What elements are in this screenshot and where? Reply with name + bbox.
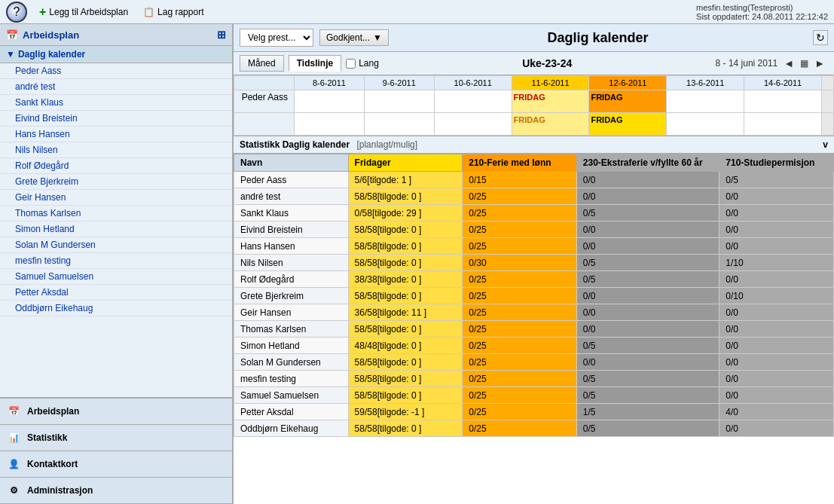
stats-cell-studie-7: 0/10 [719, 288, 834, 304]
cal-header-14jun: 14-6-2011 [744, 76, 822, 90]
lag-rapport-button[interactable]: 📋 Lag rapport [140, 5, 206, 19]
stats-cell-ekstra-12: 0/5 [576, 371, 719, 387]
stats-cell-ferie-11: 0/25 [463, 354, 577, 371]
sidebar-person-9[interactable]: Thomas Karlsen [0, 206, 232, 221]
stats-cell-ekstra-3: 0/0 [576, 221, 719, 238]
stats-row-15: Oddbjørn Eikehaug58/58[tilgode: 0 ]0/250… [234, 420, 834, 437]
top-right-info: mesfin.testing(Testeprosti) Sist oppdate… [696, 3, 828, 21]
stats-cell-studie-12: 0/0 [719, 371, 834, 387]
stats-cell-ekstra-14: 1/5 [576, 404, 719, 420]
sidebar-person-15[interactable]: Oddbjørn Eikehaug [0, 301, 232, 316]
cal-header-empty [234, 76, 295, 90]
sidebar-person-1[interactable]: andré test [0, 79, 232, 95]
sidebar-header: 📅 Arbeidsplan ⊞ [0, 24, 232, 46]
kontaktkort-icon: 👤 [6, 457, 21, 472]
kontaktkort-nav-label: Kontaktkort [27, 459, 78, 469]
sidebar-person-11[interactable]: Solan M Gundersen [0, 237, 232, 253]
sidebar-nav-arbeidsplan[interactable]: 📅 Arbeidsplan [0, 399, 232, 425]
stats-cell-ekstra-13: 0/5 [576, 387, 719, 404]
cal-cell-1-2 [364, 90, 434, 113]
sidebar-nav-kontaktkort[interactable]: 👤 Kontaktkort [0, 451, 232, 478]
sidebar-nav-administrasjon[interactable]: ⚙ Administrasjon [0, 478, 232, 504]
stats-cell-fridager-14: 59/58[tilgode: -1 ] [348, 404, 463, 420]
administrasjon-icon: ⚙ [6, 483, 21, 498]
stats-section: Statistikk Daglig kalender [planlagt/mul… [234, 136, 834, 504]
cal-header-13jun: 13-6-2011 [667, 76, 744, 90]
prev-week-button[interactable]: ◄ [781, 57, 797, 69]
stats-cell-fridager-6: 38/38[tilgode: 0 ] [348, 271, 463, 288]
stats-cell-studie-10: 0/0 [719, 338, 834, 354]
legg-til-button[interactable]: + Legg til Arbeidsplan [36, 4, 131, 20]
stats-title: Statistikk Daglig kalender [planlagt/mul… [240, 139, 417, 150]
godkjent-label: Godkjent... [326, 32, 370, 43]
stats-cell-ferie-1: 0/25 [463, 188, 577, 205]
stats-cell-ferie-8: 0/25 [463, 304, 577, 321]
arbeidsplan-icon: 📅 [6, 404, 21, 419]
sidebar-section-daglig[interactable]: ▼ Daglig kalender [0, 46, 232, 63]
sidebar-content: ▼ Daglig kalender Peder Aassandré testSa… [0, 46, 232, 397]
sidebar-nav-statistikk[interactable]: 📊 Statistikk [0, 425, 232, 451]
sidebar: 📅 Arbeidsplan ⊞ ▼ Daglig kalender Peder … [0, 24, 234, 504]
cal-cell-2-2 [364, 113, 434, 136]
sidebar-person-6[interactable]: Rolf Ødegård [0, 158, 232, 174]
godkjent-button[interactable]: Godkjent... ▼ [319, 29, 389, 46]
prest-select[interactable]: Velg prest... [240, 29, 313, 47]
sidebar-person-14[interactable]: Petter Aksdal [0, 285, 232, 301]
stats-row-8: Geir Hansen36/58[tilgode: 11 ]0/250/00/0 [234, 304, 834, 321]
cal-header-9jun: 9-6-2011 [364, 76, 434, 90]
main-layout: 📅 Arbeidsplan ⊞ ▼ Daglig kalender Peder … [0, 24, 834, 504]
stats-cell-name-6: Rolf Ødegård [234, 271, 349, 288]
sidebar-person-2[interactable]: Sankt Klaus [0, 95, 232, 111]
content-header: Velg prest... Godkjent... ▼ Daglig kalen… [234, 24, 834, 52]
sidebar-person-8[interactable]: Geir Hansen [0, 190, 232, 206]
stats-row-6: Rolf Ødegård38/38[tilgode: 0 ]0/250/50/0 [234, 271, 834, 288]
sidebar-person-12[interactable]: mesfin testing [0, 253, 232, 269]
app-logo[interactable]: ? [6, 2, 27, 23]
cal-cell-2-4: FRIDAG [512, 113, 589, 136]
calendar-table: 8-6-2011 9-6-2011 10-6-2011 11-6-2011 12… [234, 75, 834, 136]
maaned-tab[interactable]: Måned [240, 55, 284, 72]
tidslinje-tab[interactable]: Tidslinje [289, 55, 341, 72]
stats-cell-fridager-0: 5/6[tilgode: 1 ] [348, 172, 463, 188]
sidebar-person-5[interactable]: Nils Nilsen [0, 142, 232, 158]
cal-scroll-col-1 [822, 90, 834, 113]
stats-cell-ekstra-5: 0/5 [576, 255, 719, 271]
stats-cell-ekstra-6: 0/5 [576, 271, 719, 288]
stats-cell-name-7: Grete Bjerkreim [234, 288, 349, 304]
content-refresh-button[interactable]: ↻ [813, 30, 828, 45]
date-range-text: 8 - 14 juni 2011 [716, 58, 778, 69]
sidebar-persons-list: Peder Aassandré testSankt KlausEivind Br… [0, 63, 232, 316]
sidebar-person-10[interactable]: Simon Hetland [0, 221, 232, 237]
stats-cell-studie-5: 1/10 [719, 255, 834, 271]
sidebar-person-4[interactable]: Hans Hansen [0, 127, 232, 142]
sidebar-person-3[interactable]: Eivind Breistein [0, 111, 232, 127]
stats-cell-ferie-14: 0/25 [463, 404, 577, 420]
stats-cell-studie-3: 0/0 [719, 221, 834, 238]
last-updated: Sist oppdatert: 24.08.2011 22:12:42 [696, 12, 828, 21]
stats-cell-name-5: Nils Nilsen [234, 255, 349, 271]
sidebar-person-0[interactable]: Peder Aass [0, 63, 232, 79]
stats-cell-ferie-9: 0/25 [463, 321, 577, 338]
sidebar-expand-icon[interactable]: ⊞ [217, 29, 226, 41]
stats-cell-studie-8: 0/0 [719, 304, 834, 321]
stats-row-1: andré test58/58[tilgode: 0 ]0/250/00/0 [234, 188, 834, 205]
stats-cell-fridager-5: 58/58[tilgode: 0 ] [348, 255, 463, 271]
stats-cell-ferie-13: 0/25 [463, 387, 577, 404]
lang-checkbox-label[interactable]: Lang [346, 58, 379, 69]
calendar-title: Daglig kalender [547, 30, 648, 46]
sidebar-person-13[interactable]: Samuel Samuelsen [0, 269, 232, 285]
stats-cell-fridager-9: 58/58[tilgode: 0 ] [348, 321, 463, 338]
stats-cell-name-2: Sankt Klaus [234, 205, 349, 221]
cal-header-12jun: 12-6-2011 [589, 76, 667, 90]
lang-checkbox[interactable] [346, 59, 356, 69]
calendar-grid: 8-6-2011 9-6-2011 10-6-2011 11-6-2011 12… [234, 75, 834, 136]
cal-row-1: Peder Aass FRIDAG FRIDAG [234, 90, 834, 113]
stats-cell-ekstra-2: 0/5 [576, 205, 719, 221]
grid-view-icon[interactable]: ▦ [800, 58, 808, 69]
cal-cell-2-3 [434, 113, 512, 136]
next-week-button[interactable]: ► [811, 57, 828, 69]
stats-collapse-icon[interactable]: v [823, 139, 828, 150]
sidebar-person-7[interactable]: Grete Bjerkreim [0, 174, 232, 190]
stats-cell-fridager-13: 58/58[tilgode: 0 ] [348, 387, 463, 404]
cal-row-2-header [234, 113, 295, 136]
